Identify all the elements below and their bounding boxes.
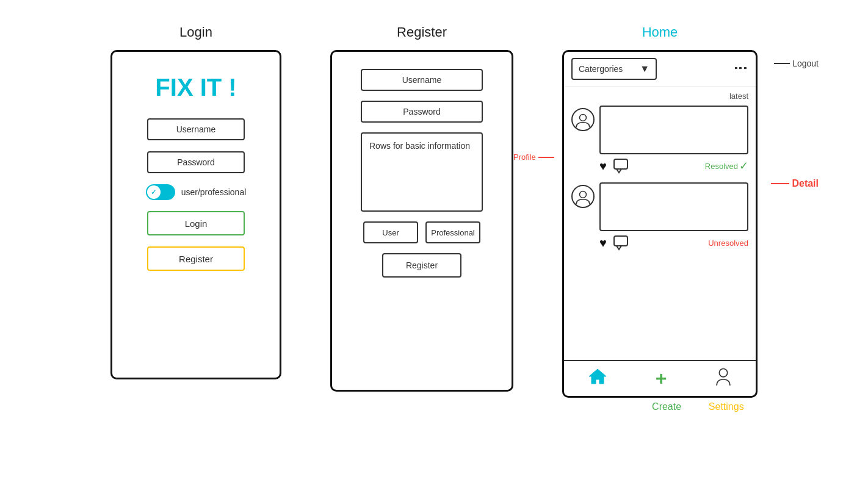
toggle-switch[interactable]: ✓	[146, 184, 175, 200]
settings-label: Settings	[709, 401, 744, 412]
toggle-row: ✓ user/professional	[146, 184, 247, 200]
home-bottombar: +	[564, 360, 756, 396]
post-content-1: ♥ Resolved ✓	[599, 106, 748, 174]
resolved-badge-1: Resolved ✓	[705, 159, 748, 173]
svg-rect-1	[614, 159, 627, 169]
home-section-label: Home	[642, 24, 678, 40]
username-input[interactable]: Username	[147, 118, 245, 140]
svg-rect-4	[614, 236, 627, 246]
home-topbar: Catergories ▼ ⋮	[564, 52, 756, 87]
home-icon[interactable]	[588, 368, 607, 389]
post-item-2: ♥ Unresolved	[571, 182, 748, 251]
svg-point-3	[580, 191, 587, 198]
categories-label: Catergories	[579, 64, 623, 74]
password-input[interactable]: Password	[147, 151, 245, 173]
user-role-button[interactable]: User	[363, 221, 418, 243]
like-button-1[interactable]: ♥	[599, 159, 607, 173]
register-section-label: Register	[397, 24, 447, 40]
create-icon[interactable]: +	[656, 367, 667, 390]
svg-point-0	[580, 114, 587, 121]
login-button[interactable]: Login	[147, 211, 245, 235]
detail-annotation: Detail	[771, 178, 819, 189]
post-item-1: ♥ Resolved ✓	[571, 106, 748, 174]
svg-marker-6	[589, 369, 606, 384]
avatar-2[interactable]	[571, 185, 595, 208]
comment-icon-2[interactable]	[613, 235, 629, 251]
logout-annotation: Logout	[774, 59, 819, 68]
role-row: User Professional	[363, 221, 480, 243]
reg-password-input[interactable]: Password	[361, 101, 483, 123]
reg-info-textarea[interactable]: Rows for basic information	[361, 132, 483, 212]
categories-button[interactable]: Catergories ▼	[571, 58, 657, 80]
avatar-1[interactable]	[571, 108, 595, 131]
register-frame: Username Password Rows for basic informa…	[330, 50, 513, 392]
login-frame: FIX IT ! Username Password ✓ user/profes…	[110, 50, 281, 379]
home-frame: Catergories ▼ ⋮ latest	[562, 50, 758, 398]
post-content-2: ♥ Unresolved	[599, 182, 748, 251]
settings-icon[interactable]	[715, 367, 731, 390]
svg-point-7	[719, 369, 727, 377]
unresolved-badge-2: Unresolved	[708, 239, 748, 248]
register-button[interactable]: Register	[147, 246, 245, 271]
dropdown-arrow-icon: ▼	[640, 63, 649, 74]
login-section-label: Login	[179, 24, 212, 40]
toggle-knob: ✓	[147, 185, 161, 199]
post-image-1[interactable]	[599, 106, 748, 154]
post-image-2[interactable]	[599, 182, 748, 231]
professional-role-button[interactable]: Professional	[425, 221, 480, 243]
profile-annotation: Profile	[513, 152, 554, 162]
dots-menu-icon[interactable]: ⋮	[732, 62, 748, 76]
home-content: latest ♥	[564, 87, 756, 360]
reg-submit-button[interactable]: Register	[382, 253, 461, 278]
create-label: Create	[652, 401, 681, 412]
reg-username-input[interactable]: Username	[361, 69, 483, 91]
toggle-label: user/professional	[181, 187, 247, 197]
comment-icon-1[interactable]	[613, 158, 629, 174]
svg-marker-2	[617, 169, 621, 173]
home-bottom-labels: Create Settings	[562, 401, 758, 412]
like-button-2[interactable]: ♥	[599, 236, 607, 250]
post-actions-2: ♥ Unresolved	[599, 235, 748, 251]
latest-label: latest	[571, 92, 748, 101]
post-actions-1: ♥ Resolved ✓	[599, 158, 748, 174]
app-title: FIX IT !	[155, 74, 236, 101]
svg-marker-5	[617, 246, 621, 249]
